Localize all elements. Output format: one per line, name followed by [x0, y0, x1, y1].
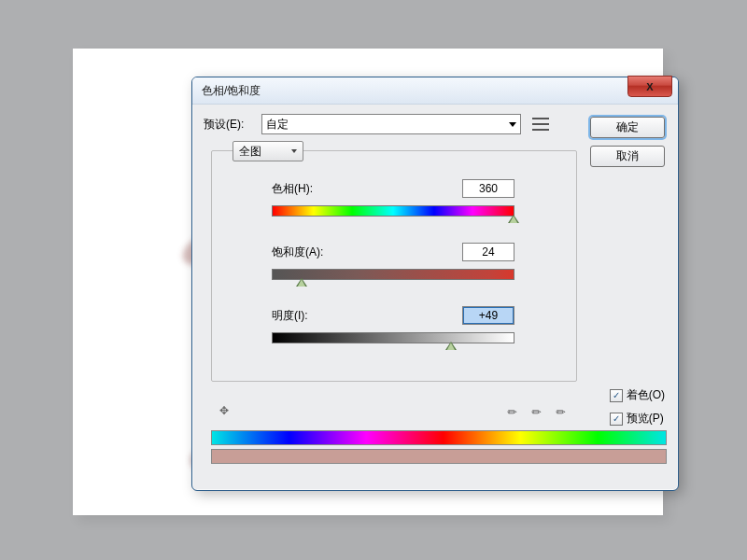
- preview-label: 预览(P): [627, 411, 664, 427]
- preset-label: 预设(E):: [204, 117, 261, 133]
- cancel-button[interactable]: 取消: [590, 146, 665, 167]
- colorize-checkbox[interactable]: ✓ 着色(O): [610, 387, 665, 403]
- saturation-label: 饱和度(A):: [272, 245, 323, 260]
- lightness-slider-thumb[interactable]: [445, 342, 457, 350]
- eyedropper-subtract-icon[interactable]: ✎: [553, 399, 576, 422]
- saturation-value-input[interactable]: 24: [462, 243, 514, 261]
- slider-group: 全图 色相(H): 360 饱和度(A): 24 明度(I):: [211, 150, 577, 382]
- targeted-adjust-icon[interactable]: ✥: [213, 401, 235, 420]
- eyedropper-add-icon[interactable]: ✎: [529, 399, 552, 422]
- close-button[interactable]: X: [627, 76, 672, 97]
- input-color-strip: [211, 430, 667, 445]
- preset-select[interactable]: 自定: [261, 114, 521, 134]
- colorize-label: 着色(O): [627, 387, 665, 403]
- hue-value-input[interactable]: 360: [462, 179, 514, 198]
- ok-button[interactable]: 确定: [590, 117, 665, 138]
- lightness-slider-track[interactable]: [272, 332, 514, 343]
- hue-label: 色相(H):: [272, 181, 313, 197]
- preset-menu-icon[interactable]: [532, 118, 549, 131]
- preset-value: 自定: [266, 117, 289, 133]
- channel-select[interactable]: 全图: [233, 141, 303, 161]
- checkbox-icon: ✓: [610, 389, 623, 402]
- saturation-slider-track[interactable]: [272, 269, 514, 280]
- preview-checkbox[interactable]: ✓ 预览(P): [610, 411, 665, 427]
- chevron-down-icon: [509, 122, 516, 127]
- channel-value: 全图: [239, 144, 261, 160]
- close-icon: X: [646, 81, 653, 92]
- lightness-value-input[interactable]: +49: [462, 306, 514, 325]
- hue-saturation-dialog: 色相/饱和度 X 预设(E): 自定 确定 取消 全图 色相(H): 360: [191, 77, 679, 491]
- lightness-slider-block: 明度(I): +49: [272, 306, 514, 343]
- eyedropper-icon[interactable]: ✎: [504, 399, 528, 422]
- hue-slider-track[interactable]: [272, 205, 514, 217]
- output-color-strip: [211, 449, 667, 464]
- hue-slider-block: 色相(H): 360: [272, 179, 514, 217]
- saturation-slider-thumb[interactable]: [296, 278, 307, 287]
- tool-row: ✥ ✎ ✎ ✎: [213, 399, 573, 423]
- saturation-slider-block: 饱和度(A): 24: [272, 243, 514, 280]
- dialog-title: 色相/饱和度: [202, 83, 261, 99]
- chevron-down-icon: [291, 149, 297, 153]
- dialog-titlebar[interactable]: 色相/饱和度 X: [192, 77, 678, 105]
- checkbox-icon: ✓: [610, 413, 623, 426]
- lightness-label: 明度(I):: [272, 308, 308, 324]
- hue-slider-thumb[interactable]: [508, 215, 519, 223]
